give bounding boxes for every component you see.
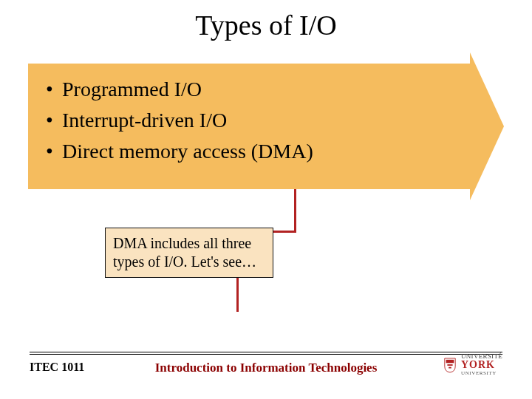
bullet-icon: • — [46, 105, 62, 136]
bullet-text: Interrupt-driven I/O — [62, 105, 227, 136]
slide-title: Types of I/O — [0, 9, 532, 41]
bullet-icon: • — [46, 74, 62, 105]
bullet-list: • Programmed I/O • Interrupt-driven I/O … — [46, 74, 313, 167]
callout-note: DMA includes all three types of I/O. Let… — [105, 228, 273, 278]
bullet-icon: • — [46, 136, 62, 167]
crest-icon — [443, 357, 457, 373]
york-logo: UNIVERSITÉ YORK UNIVERSITY — [443, 353, 502, 376]
svg-rect-2 — [449, 366, 451, 368]
list-item: • Interrupt-driven I/O — [46, 105, 313, 136]
svg-rect-0 — [446, 360, 454, 364]
divider — [30, 352, 502, 352]
connector-line — [294, 189, 296, 232]
list-item: • Programmed I/O — [46, 74, 313, 105]
bullet-text: Programmed I/O — [62, 74, 202, 105]
svg-rect-1 — [447, 364, 452, 366]
slide: Types of I/O • Programmed I/O • Interrup… — [0, 0, 532, 399]
logo-line2: YORK — [461, 360, 502, 371]
divider — [30, 354, 502, 355]
arrow-head-icon — [470, 52, 504, 200]
list-item: • Direct memory access (DMA) — [46, 136, 313, 167]
logo-text: UNIVERSITÉ YORK UNIVERSITY — [461, 353, 502, 376]
logo-line3: UNIVERSITY — [461, 371, 502, 376]
bullet-text: Direct memory access (DMA) — [62, 136, 313, 167]
